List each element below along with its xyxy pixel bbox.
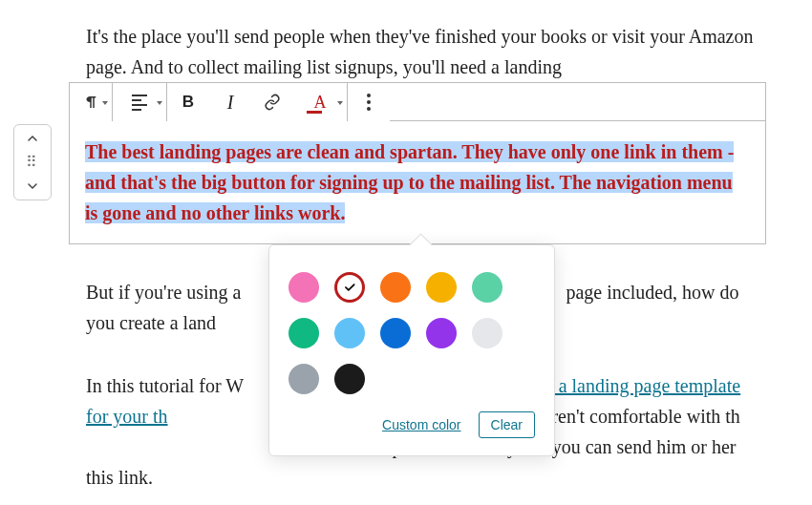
selected-highlighted-text: The best landing pages are clean and spa…: [85, 141, 734, 223]
text-color-popover: Custom color Clear: [268, 244, 555, 456]
text-color-letter: A: [314, 93, 327, 113]
color-swatch-blue[interactable]: [380, 318, 411, 348]
move-down-button[interactable]: [14, 173, 51, 200]
custom-color-button[interactable]: Custom color: [382, 417, 460, 432]
bold-label: B: [182, 93, 194, 112]
drag-handle-icon[interactable]: ⠿: [14, 152, 51, 173]
color-swatch-amber[interactable]: [426, 272, 457, 303]
bold-button[interactable]: B: [167, 83, 209, 121]
more-options-button[interactable]: [348, 83, 390, 121]
align-button[interactable]: [113, 83, 166, 121]
color-swatch-green[interactable]: [288, 318, 319, 348]
text-color-button[interactable]: A: [293, 83, 347, 121]
selected-block: B I A The best landing pages: [69, 82, 766, 244]
paragraph-block[interactable]: The best landing pages are clean and spa…: [70, 121, 765, 243]
color-swatch-purple[interactable]: [426, 318, 457, 348]
paragraph-above: It's the place you'll send people when t…: [86, 21, 755, 82]
color-swatch-gray[interactable]: [288, 364, 319, 394]
swatch-grid: [288, 272, 535, 394]
italic-label: I: [227, 92, 234, 114]
text-color-swatch: [307, 111, 322, 114]
kebab-icon: [367, 94, 371, 111]
block-mover: ⠿: [13, 124, 52, 200]
color-swatch-pink[interactable]: [288, 272, 319, 303]
color-swatch-red[interactable]: [334, 272, 365, 303]
italic-button[interactable]: I: [209, 83, 251, 121]
color-swatch-light-gray[interactable]: [472, 318, 502, 348]
block-type-button[interactable]: [70, 83, 112, 121]
color-swatch-sky[interactable]: [334, 318, 365, 348]
block-toolbar: B I A: [70, 83, 765, 121]
move-up-button[interactable]: [14, 125, 51, 152]
color-swatch-black[interactable]: [334, 364, 365, 394]
color-swatch-teal[interactable]: [472, 272, 502, 303]
color-swatch-orange[interactable]: [380, 272, 411, 303]
link-button[interactable]: [251, 83, 293, 121]
align-left-icon: [132, 95, 147, 111]
clear-color-button[interactable]: Clear: [479, 411, 535, 438]
link-icon: [264, 94, 281, 111]
paragraph-text: It's the place you'll send people when t…: [86, 26, 753, 77]
